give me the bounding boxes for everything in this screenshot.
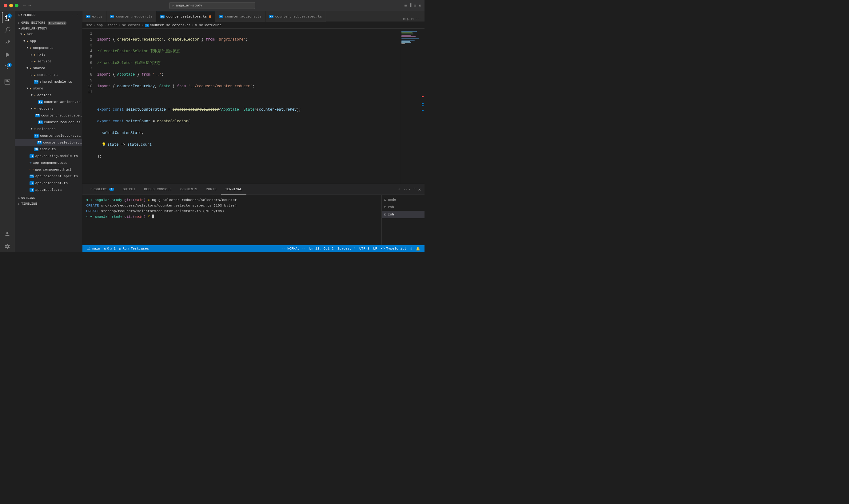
status-notification-icon[interactable]: 🔔 [414, 245, 422, 252]
tree-counter-actions[interactable]: TS counter.actions.ts [15, 98, 82, 105]
activity-docker[interactable] [2, 76, 13, 87]
tree-selectors-spec[interactable]: TS counter.selectors.spec.ts [15, 132, 82, 139]
tree-app-html[interactable]: <> app.component.html [15, 166, 82, 173]
editor-more-icon[interactable]: ··· [415, 17, 422, 21]
panel-more-icon[interactable]: ··· [403, 187, 411, 192]
tab-counter-reducer-spec[interactable]: TS counter.reducer.spec.ts [265, 11, 326, 22]
status-run-testcases[interactable]: ▷ Run Testcases [118, 245, 151, 252]
maximize-button[interactable] [15, 4, 18, 7]
close-button[interactable] [4, 4, 7, 7]
status-language[interactable]: {} TypeScript [379, 245, 408, 252]
status-position[interactable]: Ln 11, Col 2 [307, 245, 335, 252]
breadcrumb-store[interactable]: store [107, 23, 118, 27]
open-editors-section[interactable]: ▷ OPEN EDITORS 5 unsaved [15, 19, 82, 25]
activity-account[interactable] [2, 229, 13, 240]
status-errors[interactable]: ✕ 0 ⚠ 1 [102, 245, 117, 252]
explorer-header[interactable]: EXPLORER ··· [15, 11, 82, 19]
panel-tab-terminal[interactable]: TERMINAL [221, 184, 246, 195]
terminal-session-zsh-2[interactable]: ⊡ zsh [382, 211, 424, 218]
tree-store[interactable]: ▼ ▾ store [15, 85, 82, 92]
tree-app-css[interactable]: # app.component.css [15, 160, 82, 166]
nav-forward-button[interactable]: → [28, 3, 31, 8]
layout-icon-2[interactable]: ▐ [409, 3, 411, 8]
terminal-session-zsh-1[interactable]: ⊡ zsh [382, 203, 424, 211]
timeline-section[interactable]: ▷ TIMELINE [15, 200, 82, 206]
panel-close-icon[interactable]: ✕ [418, 187, 421, 192]
search-icon: ⌕ [172, 4, 174, 8]
run-icon[interactable]: ▷ [407, 17, 410, 21]
status-encoding[interactable]: UTF-8 [358, 245, 371, 252]
breadcrumb-symbol[interactable]: ⊙ selectCount [195, 23, 222, 27]
tree-shared-module[interactable]: TS shared.module.ts [15, 78, 82, 85]
activity-settings[interactable] [2, 241, 13, 252]
css-icon-app: # [30, 161, 32, 165]
tree-selectors[interactable]: ▼ ▾ selectors [15, 126, 82, 132]
status-spaces[interactable]: Spaces: 4 [335, 245, 358, 252]
editor-layout-icon[interactable]: ⊞ [403, 17, 405, 21]
minimize-button[interactable] [9, 4, 13, 7]
breadcrumb-app[interactable]: app [97, 23, 103, 27]
tree-shared[interactable]: ▼ ▾ shared [15, 65, 82, 72]
status-git-branch[interactable]: ⎇ main [85, 245, 102, 252]
panel-tab-ports[interactable]: PORTS [202, 184, 221, 195]
split-editor-icon[interactable]: ⊟ [411, 17, 413, 21]
folder-shared-components-icon: ▸ [34, 73, 36, 77]
breadcrumb-selectors[interactable]: selectors [122, 23, 140, 27]
project-section[interactable]: ▼ ANGULAR-STUDY [15, 25, 82, 31]
tab-counter-reducer[interactable]: TS counter.reducer.ts [106, 11, 157, 22]
tree-app-module[interactable]: TS app.module.ts [15, 186, 82, 193]
outline-section[interactable]: ▷ OUTLINE [15, 195, 82, 200]
tree-app[interactable]: ▼ ▾ app [15, 38, 82, 44]
tree-reducer[interactable]: TS counter.reducer.ts [15, 119, 82, 126]
project-arrow: ▼ [18, 28, 20, 30]
panel-tab-comments[interactable]: COMMENTS [176, 184, 202, 195]
tree-app-routing[interactable]: TS app-routing.module.ts [15, 153, 82, 160]
terminal-line-4: ○ ➜ angular-study git:(main) ✗ █ [86, 214, 378, 219]
terminal-area: ● ➜ angular-study git:(main) ✗ ng g sele… [83, 195, 424, 245]
code-editor[interactable]: 1 2 3 4 5 6 7 8 9 10 11 import { createF… [83, 29, 400, 184]
tree-reducers[interactable]: ▼ ▾ reducers [15, 105, 82, 112]
tree-app-component[interactable]: TS app.component.ts [15, 180, 82, 186]
activity-explorer[interactable]: 5 [2, 12, 13, 23]
tab-label-selectors: counter.selectors.ts [167, 15, 207, 18]
folder-app-icon: ▾ [27, 39, 29, 43]
tab-ex[interactable]: TS ex.ts [83, 11, 106, 22]
tree-shared-components[interactable]: ▷ ▸ components [15, 72, 82, 78]
terminal-session-node[interactable]: ⊡ node [382, 196, 424, 203]
tree-index[interactable]: TS index.ts [15, 146, 82, 153]
activity-git[interactable] [2, 37, 13, 48]
terminal-sessions: ⊡ node ⊡ zsh ⊡ zsh [381, 195, 424, 245]
panel-maximize-icon[interactable]: ⌃ [413, 187, 416, 192]
tab-modified-dot [209, 15, 211, 18]
explorer-badge: 5 [7, 14, 12, 18]
panel-add-icon[interactable]: + [398, 187, 400, 192]
layout-icon-3[interactable]: ⊟ [414, 3, 416, 8]
tree-app-spec[interactable]: TS app.component.spec.ts [15, 173, 82, 180]
search-bar[interactable]: ⌕ angular-study [169, 2, 255, 9]
tree-actions[interactable]: ▼ ▾ actions [15, 92, 82, 98]
tree-src[interactable]: ▼ ▾ src [15, 31, 82, 38]
panel-tab-debug[interactable]: DEBUG CONSOLE [140, 184, 176, 195]
activity-search[interactable] [2, 24, 13, 36]
status-mode[interactable]: -- NORMAL -- [279, 245, 307, 252]
status-eol[interactable]: LF [371, 245, 379, 252]
explorer-more-icon[interactable]: ··· [72, 14, 79, 17]
breadcrumb-src[interactable]: src [86, 23, 92, 27]
tree-components[interactable]: ▼ ▾ components [15, 44, 82, 51]
tab-counter-actions[interactable]: TS counter.actions.ts [215, 11, 265, 22]
panel-tab-problems[interactable]: PROBLEMS 1 [86, 184, 118, 195]
terminal-output[interactable]: ● ➜ angular-study git:(main) ✗ ng g sele… [83, 195, 381, 245]
tree-selectors-main[interactable]: TS counter.selectors.ts [15, 139, 82, 146]
panel-tab-output[interactable]: OUTPUT [118, 184, 140, 195]
breadcrumb-file[interactable]: TScounter.selectors.ts [145, 23, 191, 27]
status-feedback-icon[interactable]: ☺ [408, 245, 414, 252]
activity-run[interactable] [2, 49, 13, 60]
tab-counter-selectors[interactable]: TS counter.selectors.ts [157, 11, 215, 22]
nav-back-button[interactable]: ← [23, 3, 26, 8]
layout-icon-4[interactable]: ⊠ [419, 3, 421, 8]
layout-icon-1[interactable]: ⊞ [404, 3, 407, 8]
tree-service[interactable]: ▷ ▸ service [15, 58, 82, 65]
tree-reducer-spec[interactable]: TS counter.reducer.spec.ts [15, 112, 82, 119]
activity-extensions[interactable]: 1 [2, 61, 13, 73]
tree-rxjs[interactable]: ▷ ▸ rxjs [15, 51, 82, 58]
